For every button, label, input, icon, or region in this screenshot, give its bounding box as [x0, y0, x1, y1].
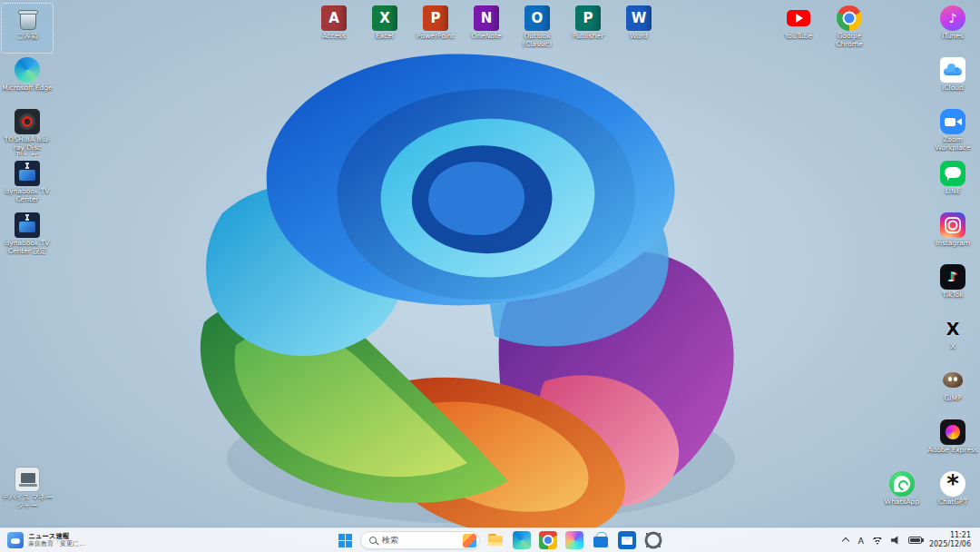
settings-icon	[644, 531, 662, 549]
tiktok-icon	[940, 264, 965, 290]
recycle-bin-icon	[15, 5, 40, 31]
desktop-icon-outlook-classic[interactable]: O Outlook (Classic)	[512, 4, 563, 53]
windows-logo-icon	[338, 534, 352, 547]
widget-headline: ニュース速報	[28, 532, 85, 540]
desktop-icon-recycle-bin[interactable]: ごみ箱	[2, 4, 53, 53]
system-tray: A 11:21 2025/12/06	[832, 528, 980, 552]
desktop-icon-instagram[interactable]: Instagram	[927, 211, 978, 260]
search-box[interactable]: 検索	[360, 531, 480, 549]
taskbar-button-settings[interactable]	[642, 529, 664, 552]
taskbar-button-copilot[interactable]	[563, 529, 585, 552]
taskbar-button-outlook[interactable]	[615, 529, 638, 552]
tv-icon	[15, 161, 40, 186]
taskbar-button-chrome[interactable]	[536, 529, 559, 552]
desktop-icon-icloud[interactable]: iCloud	[927, 55, 978, 104]
search-highlights-icon	[463, 534, 476, 547]
widgets-weather-icon	[7, 532, 24, 548]
copilot-icon	[565, 531, 583, 549]
desktop-icons-web-row: YouTube Google Chrome	[773, 4, 875, 53]
tray-time: 11:21	[929, 531, 971, 540]
desktop-icon-youtube[interactable]: YouTube	[773, 4, 824, 53]
desktop-icon-adobe-express[interactable]: Adobe Express	[927, 418, 978, 467]
adobe-express-icon	[940, 419, 965, 445]
tray-date: 2025/12/06	[929, 540, 971, 549]
search-placeholder: 検索	[382, 535, 457, 547]
widget-subtext: 奈良教育「変更に…	[28, 540, 85, 548]
office-icon: X	[372, 5, 397, 31]
instagram-icon	[940, 212, 965, 238]
desktop-icon-zoom-workplace[interactable]: Zoom Workplace	[927, 107, 978, 156]
desktop-icon-dynabook-tv-center-settings[interactable]: dynabook TV Center 設定	[2, 211, 53, 260]
ime-indicator[interactable]: A	[858, 536, 864, 546]
taskbar-button-edge[interactable]	[510, 529, 533, 552]
desktop-icon-onenote[interactable]: N OneNote	[461, 4, 512, 53]
desktop-icon-access[interactable]: A Access	[309, 4, 359, 53]
chrome-icon	[837, 5, 862, 31]
zoom-icon	[940, 109, 965, 134]
whatsapp-icon	[889, 471, 915, 497]
office-icon: P	[423, 5, 448, 31]
desktop-icon-powerpoint[interactable]: P PowerPoint	[410, 4, 461, 53]
outlook-app-icon	[618, 531, 636, 549]
desktop-icons-office-row: A Access X Excel P PowerPoint N OneNote …	[309, 4, 664, 53]
desktop-icons-right-column: iTunes iCloud Zoom Workplace LINE Instag…	[927, 4, 978, 518]
desktop-icon-itunes[interactable]: iTunes	[927, 4, 978, 53]
taskbar-button-store[interactable]	[589, 529, 612, 552]
start-button[interactable]	[334, 529, 357, 552]
desktop-icon-chatgpt[interactable]: ChatGPT	[927, 469, 978, 518]
battery-icon[interactable]	[908, 537, 922, 544]
office-icon: N	[474, 5, 499, 31]
office-icon: A	[321, 5, 347, 31]
chrome-icon	[539, 531, 557, 549]
volume-icon[interactable]	[891, 536, 901, 546]
itunes-icon	[940, 5, 965, 31]
youtube-icon	[786, 5, 811, 31]
widgets-button[interactable]: ニュース速報 奈良教育「変更に…	[0, 528, 93, 552]
icloud-icon	[940, 57, 965, 83]
edge-icon	[15, 57, 40, 83]
desktop-icons-left-column: ごみ箱 Microsoft Edge TOSHIBA Blu-ray Disc …	[2, 4, 53, 260]
office-icon: O	[524, 5, 550, 31]
desktop-icon-device-manager[interactable]: デバイス マネージャー	[2, 465, 53, 514]
desktop-icon-line[interactable]: LINE	[927, 159, 978, 208]
chatgpt-icon	[940, 471, 965, 497]
gimp-icon	[940, 368, 965, 393]
store-icon	[592, 531, 610, 549]
desktop[interactable]: ごみ箱 Microsoft Edge TOSHIBA Blu-ray Disc …	[0, 0, 980, 552]
taskbar-button-file-explorer[interactable]	[484, 529, 506, 552]
tray-overflow-chevron-icon[interactable]	[841, 536, 850, 545]
office-icon: P	[575, 5, 601, 31]
bluray-icon	[15, 109, 40, 134]
tv-icon	[15, 212, 40, 238]
desktop-icon-google-chrome[interactable]: Google Chrome	[824, 4, 875, 53]
taskbar: ニュース速報 奈良教育「変更に… 検索 A	[0, 527, 980, 552]
desktop-icon-dynabook-tv-center[interactable]: dynabook TV Center	[2, 159, 53, 208]
desktop-icon-toshiba-bluray[interactable]: TOSHIBA Blu-ray Disc Player	[2, 107, 53, 156]
desktop-icon-whatsapp[interactable]: WhatsApp	[877, 469, 927, 518]
desktop-icon-excel[interactable]: X Excel	[359, 4, 410, 53]
desktop-icon-microsoft-edge[interactable]: Microsoft Edge	[2, 55, 53, 104]
desktop-icons-left-bottom: デバイス マネージャー	[2, 465, 53, 514]
edge-icon	[513, 531, 531, 549]
office-icon: W	[626, 5, 652, 31]
desktop-icons-whatsapp: WhatsApp	[877, 469, 927, 518]
device-icon	[15, 467, 40, 492]
taskbar-pinned-icons	[484, 529, 664, 552]
x-icon: X	[940, 316, 965, 341]
folder-icon	[486, 531, 505, 549]
desktop-icon-x[interactable]: X X	[927, 314, 978, 363]
line-icon	[940, 161, 965, 186]
taskbar-center: 検索	[334, 528, 664, 552]
desktop-icon-gimp[interactable]: GIMP	[927, 366, 978, 415]
clock[interactable]: 11:21 2025/12/06	[929, 531, 971, 550]
wifi-icon[interactable]	[871, 536, 884, 545]
search-icon	[369, 537, 377, 544]
desktop-icon-tiktok[interactable]: TikTok	[927, 262, 978, 311]
desktop-icon-word[interactable]: W Word	[613, 4, 664, 53]
desktop-icon-publisher[interactable]: P Publisher	[563, 4, 613, 53]
wallpaper-bloom	[0, 0, 980, 552]
